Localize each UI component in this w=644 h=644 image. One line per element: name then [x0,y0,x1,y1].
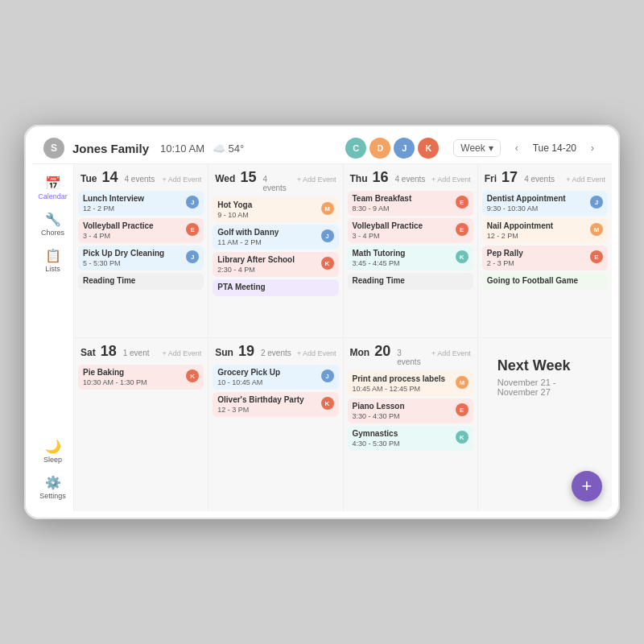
event-badge: M [456,376,469,389]
add-event-btn[interactable]: + Add Event [566,175,605,184]
event-card[interactable]: Going to Football Game [482,273,608,290]
sidebar-chores-label: Chores [41,229,64,237]
event-card[interactable]: Team Breakfast 8:30 - 9 AM E [348,191,473,216]
event-time: 12 - 2 PM [487,232,553,240]
sidebar-item-calendar[interactable]: 📅 Calendar [32,171,73,205]
s-avatar: S [43,138,64,159]
sidebar-item-lists[interactable]: 📋 Lists [32,243,73,278]
sidebar-item-chores[interactable]: 🔧 Chores [32,207,73,242]
add-event-btn[interactable]: + Add Event [297,175,336,184]
event-title: Pie Baking [83,368,147,378]
device-inner: S Jones Family 10:10 AM ☁️ 54° C D J K W… [32,133,612,511]
avatar-c[interactable]: C [345,138,366,159]
avatar-k[interactable]: K [418,138,439,159]
day-name: Sat [80,347,96,358]
event-card[interactable]: Oliver's Birthday Party 12 - 3 PM K [213,392,338,417]
day-name: Thu [350,173,368,184]
add-event-btn[interactable]: + Add Event [431,175,471,184]
sidebar-item-sleep[interactable]: 🌙 Sleep [32,434,73,469]
prev-week-button[interactable]: ‹ [509,140,525,156]
events-list: Print and process labels 10:45 AM - 12:4… [344,369,477,511]
event-time: 12 - 2 PM [83,204,144,213]
week-selector[interactable]: Week ▾ [453,139,500,157]
event-card[interactable]: Pep Rally 2 - 3 PM E [482,246,608,270]
add-event-btn[interactable]: + Add Event [431,349,471,357]
event-card[interactable]: Hot Yoga 9 - 10 AM M [213,197,338,222]
week-label: Week [460,142,485,154]
event-card[interactable]: Lunch Interview 12 - 2 PM J [78,191,204,216]
day-name: Fri [485,173,497,184]
event-card[interactable]: Volleyball Practice 3 - 4 PM E [78,218,204,243]
day-num: 17 [502,169,518,186]
avatar-d[interactable]: D [369,138,390,159]
event-card[interactable]: PTA Meeting [213,279,338,296]
sleep-icon: 🌙 [45,439,61,454]
event-card[interactable]: Pie Baking 10:30 AM - 1:30 PM K [78,365,204,390]
events-count: 4 events [124,175,155,184]
event-card[interactable]: Nail Appointment 12 - 2 PM M [482,218,608,243]
avatar-j[interactable]: J [394,138,415,159]
sidebar-settings-label: Settings [39,492,66,500]
event-time: 10:30 AM - 1:30 PM [83,378,147,386]
event-time: 8:30 - 9 AM [353,204,412,213]
day-col-thu: Thu 16 4 events + Add Event Team Breakfa… [344,164,477,337]
event-title: Nail Appointment [487,221,553,231]
family-name: Jones Family [72,142,149,155]
day-name: Tue [80,173,97,184]
event-time: 9:30 - 10:30 AM [487,204,566,213]
day-header-wed: Wed 15 4 events + Add Event [208,164,342,196]
day-num: 15 [240,169,256,186]
events-list: Pie Baking 10:30 AM - 1:30 PM K [74,363,208,511]
next-week-content: Next Week November 21 - November 27 [488,348,602,407]
event-card[interactable]: Reading Time [348,273,473,290]
add-event-btn[interactable]: + Add Event [297,349,336,357]
event-card[interactable]: Gymnastics 4:30 - 5:30 PM K [348,426,473,451]
event-card[interactable]: Math Tutoring 3:45 - 4:45 PM K [348,246,473,270]
add-event-btn[interactable]: + Add Event [162,349,201,357]
avatar-group: C D J K [345,138,439,159]
event-card[interactable]: Print and process labels 10:45 AM - 12:4… [348,371,473,396]
event-title: Oliver's Birthday Party [217,395,303,405]
sidebar-calendar-label: Calendar [38,192,68,200]
event-card[interactable]: Reading Time [78,273,204,290]
time-display: 10:10 AM [160,142,204,155]
date-range: Tue 14-20 [533,142,576,154]
event-card[interactable]: Dentist Appointment 9:30 - 10:30 AM J [482,191,608,216]
event-time: 10 - 10:45 AM [217,378,280,386]
next-week-dates: November 21 - November 27 [497,378,592,397]
events-count: 1 event [123,349,150,357]
event-title: Dentist Appointment [487,194,566,204]
event-title: Hot Yoga [217,200,252,210]
event-title: Volleyball Practice [83,221,154,231]
add-event-fab[interactable]: + [572,471,602,502]
top-bar: S Jones Family 10:10 AM ☁️ 54° C D J K W… [32,133,612,164]
event-badge: E [456,403,469,416]
event-time: 11 AM - 2 PM [217,238,279,246]
day-num: 20 [374,343,390,360]
next-week-button[interactable]: › [584,140,601,156]
event-card[interactable]: Volleyball Practice 3 - 4 PM E [348,218,473,243]
add-event-btn[interactable]: + Add Event [162,175,201,184]
main-content: 📅 Calendar 🔧 Chores 📋 Lists 🌙 Sleep [32,164,612,511]
event-time: 12 - 3 PM [217,406,303,414]
event-title: Team Breakfast [353,194,412,204]
sidebar-item-settings[interactable]: ⚙️ Settings [32,470,73,505]
event-card[interactable]: Piano Lesson 3:30 - 4:30 PM E [348,398,473,423]
event-card[interactable]: Grocery Pick Up 10 - 10:45 AM J [213,365,338,390]
event-badge: K [456,250,469,263]
event-card[interactable]: Golf with Danny 11 AM - 2 PM J [213,225,338,250]
day-col-tue: Tue 14 4 events + Add Event Lunch Interv… [74,164,208,337]
event-badge: K [186,369,199,382]
event-time: 9 - 10 AM [217,211,252,219]
event-card[interactable]: Library After School 2:30 - 4 PM K [213,252,338,277]
event-badge: M [590,223,603,236]
event-title: PTA Meeting [217,283,265,292]
day-name: Sun [215,347,233,358]
event-title: Piano Lesson [353,402,405,411]
event-title: Math Tutoring [353,249,406,258]
event-title: Pick Up Dry Cleaning [83,249,164,258]
day-col-mon: Mon 20 3 events + Add Event Print and pr… [344,338,477,511]
event-time: 10:45 AM - 12:45 PM [353,385,446,393]
events-list: Grocery Pick Up 10 - 10:45 AM J Oliver's… [208,363,342,511]
event-card[interactable]: Pick Up Dry Cleaning 5 - 5:30 PM J [78,246,204,270]
